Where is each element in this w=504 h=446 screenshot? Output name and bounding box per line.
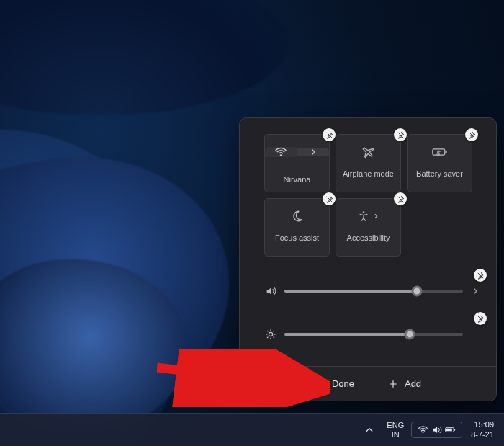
wifi-icon <box>418 424 428 435</box>
volume-slider-block <box>264 275 480 307</box>
brightness-slider[interactable] <box>284 333 463 336</box>
tile-label: Battery saver <box>413 169 466 179</box>
wifi-toggle-button[interactable] <box>265 147 297 157</box>
svg-point-14 <box>423 432 424 433</box>
battery-icon <box>445 424 456 435</box>
unpin-button[interactable] <box>474 269 487 282</box>
wifi-expand-button[interactable] <box>297 148 329 156</box>
tile-label: Focus assist <box>272 233 322 243</box>
tray-overflow-button[interactable] <box>359 419 379 441</box>
chevron-right-icon <box>309 148 318 156</box>
language-line1: ENG <box>387 421 404 430</box>
tile-grid: Nirvana Airplane mode <box>264 134 480 262</box>
brightness-icon <box>264 329 277 340</box>
clock-button[interactable]: 15:09 8-7-21 <box>467 420 498 440</box>
unpin-button[interactable] <box>474 312 487 325</box>
svg-rect-17 <box>446 429 452 431</box>
wallpaper-wave <box>0 0 288 115</box>
panel-footer: Done Add <box>240 366 496 401</box>
svg-line-11 <box>267 337 268 338</box>
plus-icon <box>387 378 399 390</box>
taskbar: ENG IN 15:09 8-7-21 <box>0 413 504 446</box>
language-button[interactable]: ENG IN <box>384 421 407 439</box>
svg-line-12 <box>274 331 274 331</box>
wifi-icon <box>274 147 287 157</box>
svg-point-3 <box>362 211 364 213</box>
tile-label: Airplane mode <box>340 169 397 179</box>
check-icon <box>315 378 326 390</box>
tile-focus-assist[interactable]: Focus assist <box>264 198 330 257</box>
volume-icon <box>264 285 277 297</box>
chevron-up-icon <box>364 425 374 435</box>
quick-settings-panel: Nirvana Airplane mode <box>239 117 497 401</box>
svg-line-10 <box>274 337 274 338</box>
tile-battery-saver[interactable]: Battery saver <box>407 134 472 192</box>
svg-point-4 <box>269 332 272 336</box>
volume-icon <box>431 424 442 435</box>
tile-label: Accessibility <box>344 233 393 243</box>
svg-rect-2 <box>445 151 446 153</box>
svg-rect-16 <box>454 429 455 430</box>
brightness-slider-block <box>264 318 480 350</box>
volume-slider[interactable] <box>284 290 463 293</box>
svg-line-9 <box>267 331 268 331</box>
tile-wifi[interactable]: Nirvana <box>264 134 330 192</box>
svg-point-0 <box>280 154 282 156</box>
clock-time: 15:09 <box>471 420 494 430</box>
done-label: Done <box>332 378 354 389</box>
tile-accessibility[interactable]: Accessibility <box>336 198 401 257</box>
language-line2: IN <box>387 430 404 440</box>
accessibility-icon <box>358 210 369 222</box>
system-tray-button[interactable] <box>411 422 462 438</box>
done-button[interactable]: Done <box>307 374 361 394</box>
airplane-icon <box>361 145 376 159</box>
volume-expand-button[interactable] <box>470 287 480 295</box>
clock-date: 8-7-21 <box>471 430 494 440</box>
tile-label: Nirvana <box>281 175 314 184</box>
chevron-right-icon <box>471 287 480 295</box>
moon-icon <box>291 210 304 223</box>
tile-airplane-mode[interactable]: Airplane mode <box>336 134 401 192</box>
add-label: Add <box>405 378 421 389</box>
chevron-right-icon <box>372 213 379 220</box>
add-button[interactable]: Add <box>380 374 428 394</box>
unpin-icon <box>477 315 485 323</box>
unpin-icon <box>477 272 485 280</box>
battery-saver-icon <box>432 147 448 157</box>
